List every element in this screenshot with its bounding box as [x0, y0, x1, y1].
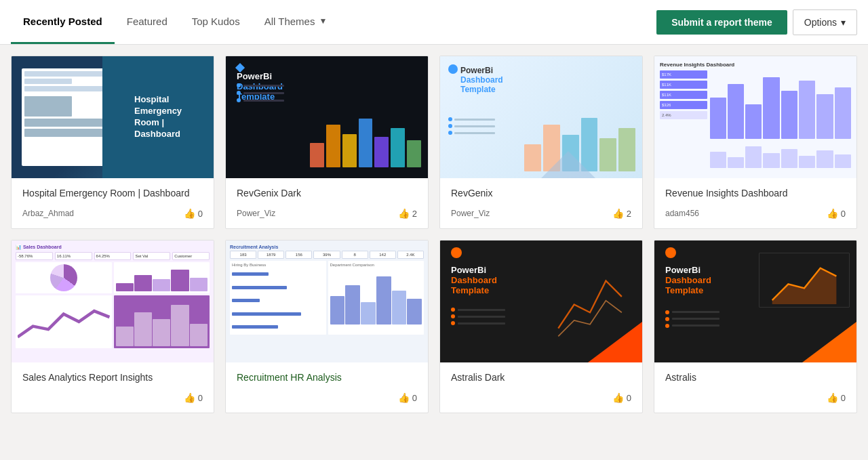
card-title: Recruitment HR Analysis [237, 372, 417, 383]
card-body: Recruitment HR Analysis [226, 362, 428, 385]
card-thumbnail: Revenue Insights Dashboard $17K $11K $11… [654, 56, 856, 178]
card-body: Sales Analytics Report Insights [12, 362, 214, 385]
card-author: Arbaz_Ahmad [22, 209, 74, 218]
top-navigation: Recently Posted Featured Top Kudos All T… [0, 0, 868, 45]
card-footer: Power_Viz 👍 2 [440, 201, 642, 228]
card-title: Sales Analytics Report Insights [22, 372, 203, 383]
card-likes: 👍 0 [612, 392, 631, 403]
card-sales-analytics[interactable]: 📊 Sales Dashboard -58.76% 16.11% 64.25% … [11, 240, 214, 413]
tab-featured[interactable]: Featured [115, 0, 180, 44]
thumbs-up-icon: 👍 [612, 208, 624, 219]
card-thumbnail: PowerBiDashboardTemplate [440, 241, 642, 362]
likes-count: 0 [198, 209, 203, 219]
card-hospital-er[interactable]: HospitalEmergencyRoom |Dashboard Hospita… [11, 56, 214, 229]
tab-top-kudos[interactable]: Top Kudos [180, 0, 252, 44]
card-title: Astralis Dark [451, 372, 631, 383]
thumbs-up-icon: 👍 [612, 392, 624, 403]
likes-count: 0 [627, 393, 631, 403]
card-likes: 👍 2 [612, 208, 631, 219]
tab-top-kudos-label: Top Kudos [192, 16, 240, 27]
card-likes: 👍 0 [398, 392, 417, 403]
card-title: Astralis [665, 372, 846, 383]
card-footer: Arbaz_Ahmad 👍 0 [12, 201, 214, 228]
card-thumbnail: PowerBiDashboardTemplate [654, 241, 856, 362]
card-title: RevGenix Dark [237, 188, 417, 198]
card-likes: 👍 0 [827, 392, 846, 403]
card-title: RevGenix [451, 188, 631, 198]
card-author: adam456 [665, 209, 699, 218]
chevron-down-icon: ▼ [319, 16, 327, 26]
theme-gallery: HospitalEmergencyRoom |Dashboard Hospita… [0, 45, 868, 424]
card-likes: 👍 0 [184, 208, 203, 219]
card-revenue-insights[interactable]: Revenue Insights Dashboard $17K $11K $11… [654, 56, 857, 229]
likes-count: 0 [841, 209, 846, 219]
card-footer: adam456 👍 0 [654, 201, 856, 228]
card-revgenix-dark[interactable]: PowerBiDashboardTemplate RevGen [225, 56, 429, 229]
card-author: Power_Viz [451, 209, 490, 218]
card-thumbnail: HospitalEmergencyRoom |Dashboard [12, 56, 214, 178]
card-body: Astralis Dark [440, 362, 642, 385]
card-likes: 👍 0 [827, 208, 846, 219]
card-likes: 👍 2 [398, 208, 417, 219]
card-footer: 👍 0 [226, 385, 428, 413]
tab-featured-label: Featured [127, 16, 167, 27]
likes-count: 0 [412, 393, 417, 403]
thumbs-up-icon: 👍 [184, 392, 195, 403]
thumbs-up-icon: 👍 [398, 208, 410, 219]
card-thumbnail: PowerBiDashboardTemplate [440, 56, 642, 178]
thumbs-up-icon: 👍 [827, 208, 838, 219]
likes-count: 0 [841, 393, 846, 403]
tab-recently-posted-label: Recently Posted [23, 16, 102, 27]
card-thumbnail: Recruitment Analysis 183 1879 156 39% 8 … [226, 241, 428, 362]
likes-count: 0 [198, 393, 203, 403]
card-body: RevGenix Dark [226, 178, 428, 201]
card-body: Revenue Insights Dashboard [654, 178, 856, 201]
tab-all-themes-label: All Themes [264, 16, 315, 27]
options-button[interactable]: Options ▾ [793, 9, 857, 35]
card-revgenix[interactable]: PowerBiDashboardTemplate [439, 56, 643, 229]
card-body: Hospital Emergency Room | Dashboard [12, 178, 214, 201]
tab-all-themes[interactable]: All Themes ▼ [252, 0, 340, 44]
card-footer: 👍 0 [440, 385, 642, 413]
likes-count: 2 [627, 209, 631, 219]
card-recruitment-hr[interactable]: Recruitment Analysis 183 1879 156 39% 8 … [225, 240, 429, 413]
card-astralis[interactable]: PowerBiDashboardTemplate [654, 240, 857, 413]
card-title: Hospital Emergency Room | Dashboard [22, 188, 203, 198]
nav-tabs: Recently Posted Featured Top Kudos All T… [11, 0, 339, 44]
submit-report-theme-button[interactable]: Submit a report theme [656, 10, 787, 35]
thumbs-up-icon: 👍 [827, 392, 838, 403]
options-label: Options [804, 17, 837, 28]
card-footer: 👍 0 [12, 385, 214, 413]
card-footer: 👍 0 [654, 385, 856, 413]
card-title: Revenue Insights Dashboard [665, 188, 846, 198]
card-author: Power_Viz [237, 209, 275, 218]
tab-recently-posted[interactable]: Recently Posted [11, 0, 115, 44]
thumbs-up-icon: 👍 [184, 208, 195, 219]
likes-count: 2 [412, 209, 417, 219]
card-body: Astralis [654, 362, 856, 385]
card-likes: 👍 0 [184, 392, 203, 403]
card-thumbnail: 📊 Sales Dashboard -58.76% 16.11% 64.25% … [12, 241, 214, 362]
options-chevron-icon: ▾ [841, 17, 846, 28]
card-footer: Power_Viz 👍 2 [226, 201, 428, 228]
thumbs-up-icon: 👍 [398, 392, 410, 403]
card-astralis-dark[interactable]: PowerBiDashboardTemplate Astralis Dark [439, 240, 643, 413]
card-body: RevGenix [440, 178, 642, 201]
svg-marker-0 [772, 268, 837, 304]
card-thumbnail: PowerBiDashboardTemplate [226, 56, 428, 178]
